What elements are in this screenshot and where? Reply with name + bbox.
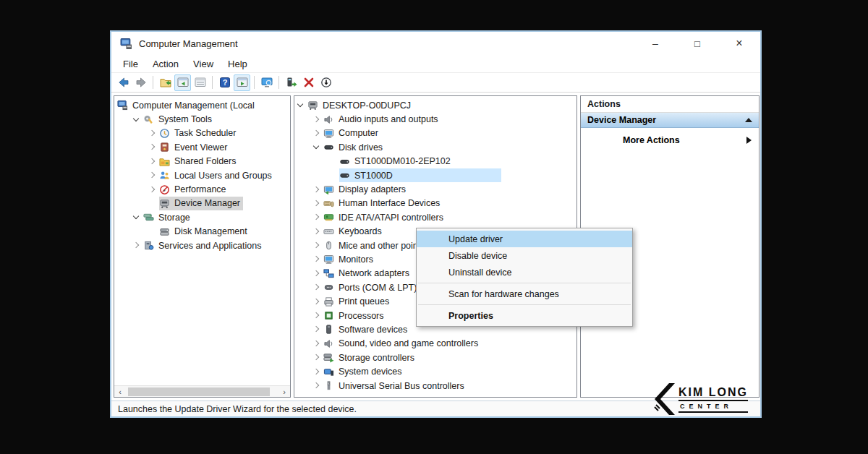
uninstall-device-icon: [303, 77, 315, 88]
toolbar-button-update-driver[interactable]: [283, 74, 299, 91]
toolbar: [111, 73, 760, 93]
expander-icon[interactable]: [313, 214, 320, 220]
tree-item-system-tools[interactable]: System Tools: [114, 112, 290, 126]
tree-item-storage-controllers[interactable]: Storage controllers: [294, 351, 576, 364]
expander-icon[interactable]: [313, 270, 320, 277]
scrollbar-thumb[interactable]: [128, 387, 270, 396]
menu-view[interactable]: View: [186, 56, 221, 72]
keyboard-icon: [323, 226, 334, 237]
logo-sub-text: CENTER: [678, 401, 748, 413]
expander-icon[interactable]: [313, 116, 320, 123]
expander-icon[interactable]: [133, 214, 140, 220]
expander-icon[interactable]: [313, 284, 320, 291]
tree-item-human-interface-devices[interactable]: Human Interface Devices: [294, 197, 576, 210]
disk-drive-icon: [339, 156, 350, 167]
expander-icon[interactable]: [313, 312, 320, 319]
expander-icon[interactable]: [149, 144, 156, 150]
separator: [418, 304, 631, 305]
tree-item-universal-serial-bus-controllers[interactable]: Universal Serial Bus controllers: [294, 379, 576, 393]
tree-item-computer-management-local[interactable]: Computer Management (Local: [114, 98, 290, 112]
tree-item-display-adapters[interactable]: Display adapters: [294, 182, 576, 196]
toolbar-button-forward[interactable]: [132, 74, 149, 91]
expander-icon[interactable]: [313, 326, 320, 333]
tree-item-performance[interactable]: Performance: [114, 182, 290, 196]
tree-item-local-users-and-groups[interactable]: Local Users and Groups: [114, 168, 290, 182]
submenu-arrow-icon: [746, 137, 752, 144]
expander-icon[interactable]: [313, 242, 320, 249]
computer-management-icon: [117, 100, 128, 111]
tree-item-services-and-applications[interactable]: Services and Applications: [114, 239, 290, 252]
minimize-button[interactable]: –: [634, 32, 676, 55]
menu-file[interactable]: File: [116, 56, 145, 72]
expander-icon[interactable]: [297, 102, 304, 108]
tree-item-shared-folders[interactable]: Shared Folders: [114, 155, 290, 168]
tree-item-desktop-o0dupcj[interactable]: DESKTOP-O0DUPCJ: [294, 98, 576, 112]
expander-icon[interactable]: [313, 187, 320, 193]
toolbar-button-remote-monitor[interactable]: [258, 74, 275, 91]
separator: [418, 283, 631, 283]
tree-item-system-devices[interactable]: System devices: [294, 364, 576, 378]
scroll-left-arrow-icon[interactable]: ‹: [114, 386, 126, 397]
context-menu-item-uninstall-device[interactable]: Uninstall device: [417, 264, 632, 280]
horizontal-scrollbar[interactable]: ‹ ›: [114, 385, 290, 397]
expander-icon[interactable]: [313, 354, 320, 361]
expander-icon[interactable]: [313, 144, 320, 150]
toolbar-button-back[interactable]: [115, 74, 132, 91]
expander-icon[interactable]: [133, 116, 140, 123]
expander-icon[interactable]: [313, 228, 320, 235]
close-button[interactable]: ×: [718, 32, 760, 55]
menu-action[interactable]: Action: [145, 56, 186, 72]
tree-item-disk-management[interactable]: Disk Management: [114, 225, 290, 239]
expander-icon[interactable]: [313, 130, 320, 137]
expander-icon[interactable]: [149, 187, 156, 193]
separator: [254, 76, 255, 89]
tree-item-computer[interactable]: Computer: [294, 127, 576, 140]
action-pane-icon: [237, 77, 248, 88]
menu-help[interactable]: Help: [221, 56, 255, 72]
expander-icon[interactable]: [133, 242, 140, 249]
toolbar-button-console-tree[interactable]: [174, 74, 191, 91]
collapse-caret-icon: [745, 118, 752, 122]
tree-item-ide-ata-atapi-controllers[interactable]: IDE ATA/ATAPI controllers: [294, 210, 576, 224]
tree-item-device-manager[interactable]: Device Manager: [114, 197, 290, 210]
tree-item-sound-video-and-game-controllers[interactable]: Sound, video and game controllers: [294, 337, 576, 351]
toolbar-button-folder-up[interactable]: [157, 74, 174, 91]
toolbar-button-help[interactable]: [216, 74, 233, 91]
scroll-right-arrow-icon[interactable]: ›: [278, 386, 290, 397]
tree-item-task-scheduler[interactable]: Task Scheduler: [114, 127, 290, 140]
tree-item-storage[interactable]: Storage: [114, 210, 290, 224]
mouse-icon: [323, 240, 334, 251]
maximize-button[interactable]: □: [676, 32, 718, 55]
tree-item-audio-inputs-and-outputs[interactable]: Audio inputs and outputs: [294, 112, 576, 126]
toolbar-button-properties-window[interactable]: [192, 74, 208, 91]
context-menu-item-update-driver[interactable]: Update driver: [417, 231, 632, 247]
toolbar-button-disable-device[interactable]: [318, 74, 334, 91]
expander-icon[interactable]: [313, 256, 320, 262]
toolbar-button-uninstall-device[interactable]: [300, 74, 317, 91]
remote-monitor-icon: [261, 77, 273, 88]
software-device-icon: [323, 324, 334, 335]
expander-icon[interactable]: [313, 299, 320, 305]
toolbar-button-action-pane[interactable]: [234, 74, 250, 91]
expander-icon[interactable]: [313, 382, 320, 389]
actions-group-device-manager[interactable]: Device Manager: [581, 113, 759, 128]
expander-icon[interactable]: [313, 340, 320, 347]
computer-management-icon: [120, 38, 132, 50]
disk-drive-icon: [323, 142, 334, 153]
ide-controller-icon: [323, 212, 334, 223]
context-menu-item-properties[interactable]: Properties: [417, 307, 632, 324]
tree-item-st1000dm010-2ep102[interactable]: ST1000DM010-2EP102: [294, 155, 576, 168]
expander-icon[interactable]: [149, 158, 156, 165]
context-menu-item-scan-for-hardware-changes[interactable]: Scan for hardware changes: [417, 286, 632, 302]
tree-item-st1000d[interactable]: ST1000D: [294, 168, 576, 182]
expander-icon[interactable]: [149, 172, 156, 179]
expander-icon[interactable]: [313, 369, 320, 375]
context-menu-item-disable-device[interactable]: Disable device: [417, 247, 632, 264]
expander-icon[interactable]: [313, 200, 320, 207]
menu-bar: FileActionViewHelp: [111, 55, 760, 73]
tree-item-event-viewer[interactable]: Event Viewer: [114, 140, 290, 154]
logo-chevron-icon: [652, 383, 675, 415]
more-actions-item[interactable]: More Actions: [581, 128, 759, 145]
expander-icon[interactable]: [149, 130, 156, 137]
tree-item-disk-drives[interactable]: Disk drives: [294, 140, 576, 154]
